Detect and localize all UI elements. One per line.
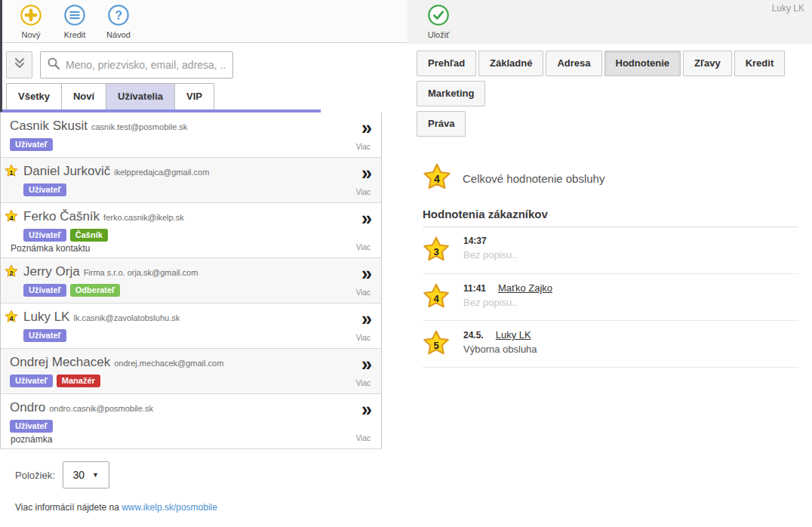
footer-link[interactable]: www.ikelp.sk/posmobile [121, 502, 217, 513]
rating-description: Bez popisu.. [463, 297, 798, 308]
tab-užívatelia[interactable]: Užívatelia [106, 83, 175, 109]
tab-vip[interactable]: VIP [174, 83, 214, 109]
rating-author-link[interactable]: Maťko Zajko [498, 282, 552, 294]
contact-name-line: Jerry OrjaFirma s.r.o. orja.sk@gmail.com [23, 264, 336, 279]
contact-name-line: Daniel Jurkovičikelppredajca@gmail.com [23, 164, 336, 179]
contact-badges: Užívateľ [10, 418, 336, 433]
ratings-list: 314:37Bez popisu..411:41Maťko ZajkoBez p… [423, 227, 798, 368]
more-label: Viac [356, 379, 371, 387]
logged-in-user: Luky LK [772, 3, 804, 14]
question-icon: ? [107, 16, 130, 29]
contact-badges: Užívateľ [23, 328, 336, 342]
toolbar-credit-button[interactable]: Kredit [53, 4, 97, 39]
contact-main: Luky LKlk.casnik@zavolatobsluhu.skUžívat… [1, 304, 381, 347]
rating-header-line: 14:37 [463, 236, 798, 246]
tab-základné[interactable]: Základné [478, 51, 543, 76]
contact-row[interactable]: Ondroondro.casnik@posmobile.skUžívateľpo… [1, 394, 381, 449]
rating-star-value: 4 [423, 165, 451, 193]
contact-badges: UžívateľČašník [23, 227, 336, 242]
items-per-page-value: 30 [73, 469, 85, 481]
badge-čašník: Čašník [70, 229, 108, 242]
rating-description: Bez popisu.. [463, 249, 798, 260]
contact-star: 4 [5, 209, 18, 226]
select-arrow-icon: ▼ [92, 471, 99, 479]
expand-filters-button[interactable] [6, 51, 32, 79]
contact-detail: ferko.casnik@ikelp.sk [103, 213, 184, 222]
search-input[interactable] [66, 59, 226, 71]
contact-detail: lk.casnik@zavolatobsluhu.sk [73, 313, 180, 322]
contact-row[interactable]: Ondrej Mechacekondrej.mechacek@gmail.com… [1, 349, 381, 394]
contact-row[interactable]: Casnik Skusitcasnik.test@posmobile.skUží… [1, 112, 381, 158]
app-window: NovýKredit?Návod Uložiť Luky LK [0, 0, 812, 527]
left-footer: Viac informácií nájdete na www.ikelp.sk/… [15, 502, 408, 513]
tab-prehľad[interactable]: Prehľad [417, 51, 476, 76]
check-icon [427, 16, 450, 29]
contact-note: Poznámka kontaktu [11, 243, 90, 254]
contact-name: Casnik Skusit [10, 119, 88, 133]
rating-star-icon: 2 [5, 264, 18, 278]
tab-adresa[interactable]: Adresa [546, 51, 601, 76]
rating-star-value: 4 [5, 211, 18, 225]
more-button[interactable]: » [361, 119, 371, 137]
contact-name: Jerry Orja [23, 264, 80, 279]
contact-name: Daniel Jurkovič [23, 164, 110, 178]
badge-užívateľ: Užívateľ [23, 183, 66, 196]
contact-row[interactable]: 4Luky LKlk.casnik@zavolatobsluhu.skUžíva… [1, 304, 381, 349]
tab-hodnotenie[interactable]: Hodnotenie [604, 51, 681, 76]
contact-row[interactable]: 4Ferko Čašníkferko.casnik@ikelp.skUžívat… [1, 203, 381, 258]
badge-užívateľ: Užívateľ [10, 420, 53, 433]
toolbar-new-button[interactable]: Nový [9, 4, 53, 39]
more-button[interactable]: » [361, 310, 371, 328]
tab-práva[interactable]: Práva [417, 111, 466, 137]
badge-užívateľ: Užívateľ [10, 374, 53, 387]
more-label: Viac [356, 434, 371, 442]
search-row [0, 44, 408, 83]
tab-všetky[interactable]: Všetky [6, 83, 62, 109]
overall-rating-label: Celkové hodnotenie obsluhy [463, 172, 604, 185]
rating-star-cell: 3 [423, 234, 463, 266]
contact-detail: ikelppredajca@gmail.com [114, 168, 209, 177]
contact-row[interactable]: 1Daniel Jurkovičikelppredajca@gmail.comU… [1, 158, 381, 203]
toolbar-guide-button[interactable]: ?Návod [97, 4, 140, 39]
rating-body: 24.5.Luky LKVýborna obsluha [463, 328, 798, 359]
contact-badges: UžívateľManažér [10, 373, 336, 387]
contact-star: 1 [5, 164, 18, 180]
more-button[interactable]: » [361, 400, 371, 418]
contact-star: 4 [5, 310, 18, 326]
contact-row[interactable]: 2Jerry OrjaFirma s.r.o. orja.sk@gmail.co… [1, 258, 381, 304]
toolbar-guide-label: Návod [97, 30, 140, 39]
badge-užívateľ: Užívateľ [10, 138, 53, 151]
rating-star-value: 3 [423, 238, 450, 265]
rating-content: 4 Celkové hodnotenie obsluhy Hodnotenia … [408, 162, 812, 368]
contact-name: Ondro [10, 400, 45, 415]
rating-row: 411:41Maťko ZajkoBez popisu.. [423, 274, 798, 321]
items-per-page-select[interactable]: 30 ▼ [63, 461, 109, 488]
toolbar-save-button[interactable]: Uložiť [417, 4, 460, 39]
contact-search [40, 51, 233, 79]
items-per-page-label: Položiek: [15, 470, 55, 481]
contact-name: Ferko Čašník [23, 209, 100, 223]
contact-name: Luky LK [23, 310, 69, 324]
more-label: Viac [356, 334, 371, 342]
tab-kredit[interactable]: Kredit [734, 51, 786, 76]
double-chevron-down-icon [13, 57, 26, 73]
more-button[interactable]: » [361, 264, 371, 282]
badge-užívateľ: Užívateľ [23, 229, 66, 242]
contact-detail: ondro.casnik@posmobile.sk [49, 404, 153, 413]
rating-description: Výborna obsluha [463, 344, 798, 355]
svg-text:?: ? [115, 9, 122, 22]
tab-zľavy[interactable]: Zľavy [683, 51, 732, 76]
contact-filter-tabs: VšetkyNovíUžívateliaVIP [6, 83, 408, 109]
tab-noví[interactable]: Noví [61, 83, 106, 109]
tab-marketing[interactable]: Marketing [417, 81, 485, 106]
contact-name-line: Ferko Čašníkferko.casnik@ikelp.sk [23, 209, 336, 224]
detail-tabs-row1: PrehľadZákladnéAdresaHodnotenieZľavyKred… [417, 51, 812, 111]
more-button[interactable]: » [361, 164, 371, 182]
contact-detail: ondrej.mechacek@gmail.com [114, 359, 223, 368]
rating-header-line: 24.5.Luky LK [463, 329, 798, 341]
more-button[interactable]: » [361, 209, 371, 227]
rating-author-link[interactable]: Luky LK [496, 329, 531, 341]
more-button[interactable]: » [361, 355, 371, 373]
rating-body: 14:37Bez popisu.. [463, 234, 798, 266]
contact-detail: casnik.test@posmobile.sk [91, 122, 187, 131]
